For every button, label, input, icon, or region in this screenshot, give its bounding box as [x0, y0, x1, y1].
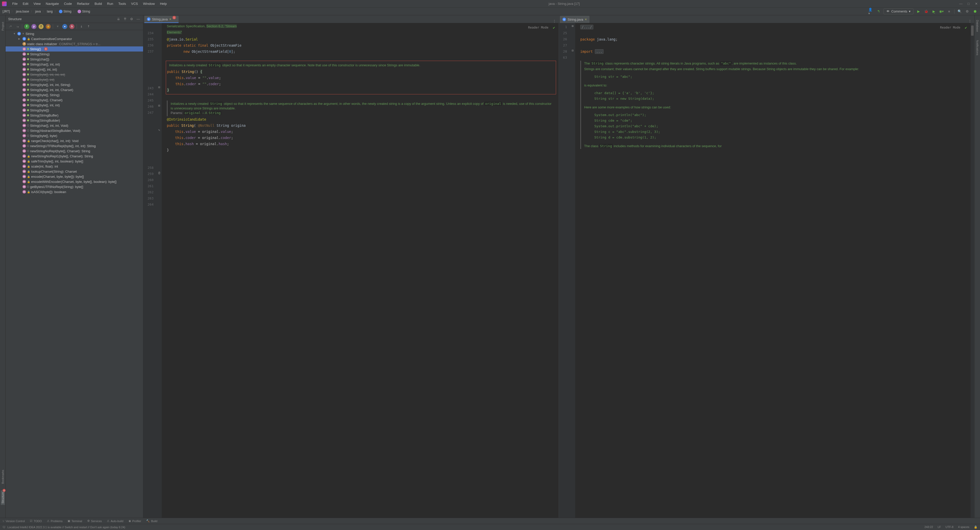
maximize-icon[interactable]: □ — [967, 2, 970, 6]
rail-bookmarks[interactable]: Bookmarks — [1, 468, 5, 485]
tab-string-1[interactable]: c String.java × 1 — [144, 16, 178, 23]
close-icon[interactable]: ✕ — [974, 2, 978, 6]
rail-database[interactable]: Database — [975, 18, 980, 33]
lambda-icon[interactable]: λ — [69, 24, 75, 29]
run-icon[interactable]: ▶ — [916, 9, 921, 14]
tree-item[interactable]: mString(char[], int, int, Void) — [6, 123, 143, 128]
bottom-services[interactable]: ⚙Services — [87, 519, 102, 523]
tree-item[interactable]: mString(byte[], int) — [6, 77, 143, 82]
tree-item[interactable]: mgetBytesUTF8NoRepl(String): byte[] — [6, 184, 143, 189]
show-fields-icon[interactable]: f — [24, 24, 29, 29]
expand-all-icon[interactable]: ⇈ — [123, 17, 127, 21]
reader-mode-label[interactable]: Reader Mode — [528, 24, 549, 30]
close-icon[interactable]: × — [585, 18, 587, 21]
sort-alpha-down-icon[interactable]: ↓ᵃ — [8, 24, 13, 29]
rail-structure[interactable]: Structure — [1, 490, 5, 505]
collapse-all-icon[interactable]: ⇊ — [116, 17, 121, 21]
menu-build[interactable]: Build — [92, 1, 105, 6]
bottom-profiler[interactable]: ◉Profiler — [129, 519, 141, 523]
tree-item[interactable]: mString(byte[], String) — [6, 92, 143, 97]
search-icon[interactable]: 🔍 — [957, 9, 962, 14]
debug-icon[interactable]: 🐞 — [924, 9, 929, 14]
tree-item[interactable]: mString(StringBuilder) — [6, 118, 143, 123]
close-icon[interactable]: × — [169, 18, 171, 21]
tree-item[interactable]: mString(byte[]) — [6, 108, 143, 113]
status-indent[interactable]: 4 spaces — [958, 525, 969, 529]
tree-item[interactable]: mString(String) — [6, 51, 143, 57]
tree-item[interactable]: m🔒newStringNoRepl1(byte[], Charset): Str… — [6, 154, 143, 159]
breadcrumb-item[interactable]: [JRT] — [3, 10, 10, 13]
menu-navigate[interactable]: Navigate — [43, 1, 61, 6]
tree-item[interactable]: mString()3 — [6, 46, 143, 51]
tab-more-icon[interactable]: ⋮ — [550, 19, 558, 23]
breadcrumb-item[interactable]: String — [78, 10, 90, 13]
show-inherited-icon[interactable]: f — [38, 24, 44, 29]
menu-edit[interactable]: Edit — [20, 1, 31, 6]
tree-item[interactable]: mString(byte[], int, int, Charset) — [6, 87, 143, 92]
bottom-terminal[interactable]: ▣Terminal — [68, 519, 82, 523]
autoscroll-to-icon[interactable]: ⤓ — [79, 24, 84, 29]
check-icon[interactable]: ✔ — [965, 24, 967, 30]
rail-project[interactable]: Project — [1, 21, 5, 32]
fold-icon[interactable]: ⊟ — [157, 84, 162, 90]
gear-icon[interactable]: ⚙ — [129, 17, 134, 21]
tree-item[interactable]: mnewStringNoRepl(byte[], Charset): Strin… — [6, 148, 143, 154]
fold-icon[interactable]: ⊟ — [570, 48, 575, 54]
check-icon[interactable]: ✔ — [553, 24, 555, 30]
comments-button[interactable]: 👁 Comments ▾ — [884, 8, 913, 14]
event-log-icon[interactable]: 🗨 — [3, 526, 5, 529]
tree-item[interactable]: mString(byte[], byte) — [6, 133, 143, 138]
tree-root[interactable]: ▼ c 🖈 String — [6, 31, 143, 36]
right-editor-body[interactable]: 12526272863 ⊞ ⊟ Reader Mode ✔ /.../ pack… — [559, 23, 974, 518]
tree-item[interactable]: mString(char[]) — [6, 57, 143, 62]
left-editor-body[interactable]: 2342352362372432442452462472582592602612… — [143, 23, 558, 518]
tree-item[interactable]: mString(byte[], int, int, String) — [6, 82, 143, 87]
sort-visibility-icon[interactable]: ↓ₐ — [15, 24, 20, 29]
menu-help[interactable]: Help — [158, 1, 169, 6]
status-enc[interactable]: UTF-8 — [945, 525, 953, 529]
minimize-icon[interactable]: — — [959, 2, 963, 6]
reader-mode-label[interactable]: Reader Mode — [940, 24, 960, 30]
tree-item[interactable]: mString(byte[], int, int, int) — [6, 72, 143, 77]
tab-string-2[interactable]: c String.java × — [560, 16, 589, 23]
profile-icon[interactable]: ◉▾ — [939, 9, 944, 14]
tree-item[interactable]: m🔒lookupCharset(String): Charset — [6, 169, 143, 174]
lock-icon[interactable]: 🔒 — [974, 525, 977, 529]
tree-item[interactable]: mString(char[], int, int) — [6, 62, 143, 67]
menu-code[interactable]: Code — [62, 1, 75, 6]
coverage-icon[interactable]: ▶̲ — [931, 9, 936, 14]
menu-refactor[interactable]: Refactor — [75, 1, 92, 6]
circle-icon[interactable]: ● — [62, 24, 67, 29]
stop-icon[interactable]: ■ — [947, 9, 952, 14]
tree-item[interactable]: m🔒safeTrim(byte[], int, boolean): byte[] — [6, 159, 143, 164]
tree-item[interactable]: m🔒scale(int, float): int — [6, 164, 143, 169]
left-code[interactable]: Reader Mode ✔ Serialization Specificatio… — [162, 23, 558, 518]
at-icon[interactable]: @ — [157, 170, 162, 176]
tree-item[interactable]: mString(StringBuffer) — [6, 113, 143, 118]
right-code[interactable]: Reader Mode ✔ /.../ package java.lang; i… — [575, 23, 970, 518]
rail-notifications[interactable]: Notifications — [975, 38, 980, 57]
breadcrumb-item[interactable]: java.base — [16, 10, 29, 13]
menu-window[interactable]: Window — [140, 1, 158, 6]
menu-view[interactable]: View — [31, 1, 43, 6]
status-le[interactable]: LF — [938, 525, 941, 529]
tree-item[interactable]: fstatic class initializerCOMPACT_STRINGS… — [6, 41, 143, 46]
tree-item[interactable]: m🔒encode(Charset, byte, byte[]): byte[] — [6, 174, 143, 179]
branch-icon[interactable]: ⑂ — [55, 24, 60, 29]
scrollbar[interactable] — [970, 23, 974, 518]
bottom-build[interactable]: 🔨Build — [146, 519, 157, 523]
tree-item[interactable]: ▶c🔒CaseInsensitiveComparator — [6, 36, 143, 41]
menu-run[interactable]: Run — [105, 1, 116, 6]
hide-icon[interactable]: — — [136, 17, 140, 21]
tree-item[interactable]: mnewStringUTF8NoRepl(byte[], int, int): … — [6, 143, 143, 148]
shield-icon[interactable]: ⬢ — [972, 9, 977, 14]
fold-icon[interactable]: ⊞ — [570, 23, 575, 29]
show-properties-icon[interactable]: p — [31, 24, 37, 29]
add-user-icon[interactable]: 👤▾ — [868, 9, 873, 14]
fold-end-icon[interactable]: ⊟ — [157, 102, 162, 109]
status-pos[interactable]: 243:22 — [924, 525, 933, 529]
menu-file[interactable]: File — [10, 1, 20, 6]
breadcrumb-item[interactable]: String — [59, 10, 72, 13]
bottom-version-control[interactable]: ⑂Version Control — [3, 520, 25, 523]
settings-icon[interactable]: ⚙ — [965, 9, 970, 14]
